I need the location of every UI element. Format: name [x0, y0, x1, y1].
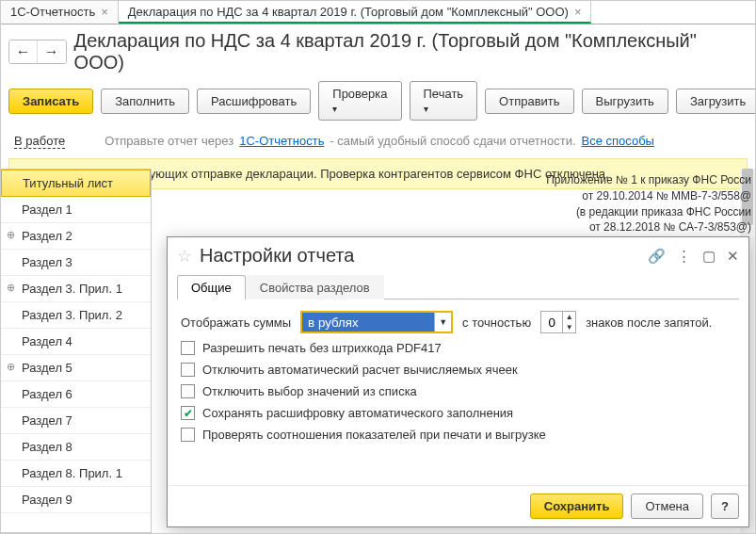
dialog-save-button[interactable]: Сохранить — [530, 494, 624, 519]
hint-mid: - самый удобный способ сдачи отчетности. — [330, 134, 575, 148]
print-button[interactable]: Печать ▾ — [410, 81, 478, 121]
title-row: ← → Декларация по НДС за 4 квартал 2019 … — [1, 24, 755, 75]
check-button[interactable]: Проверка ▾ — [318, 81, 401, 121]
checkbox-checked-icon: ✔ — [181, 406, 195, 420]
attachment-note: Приложение № 1 к приказу ФНС Росси от 29… — [546, 172, 751, 235]
checkbox-icon — [181, 428, 195, 442]
spin-down-icon[interactable]: ▼ — [563, 322, 575, 332]
chk-autocalc[interactable]: Отключить автоматический расчет вычисляе… — [181, 363, 735, 377]
window-tabs: 1С-Отчетность × Декларация по НДС за 4 к… — [1, 1, 755, 24]
nav-buttons: ← → — [8, 40, 67, 64]
dialog-titlebar: ☆ Настройки отчета 🔗 ⋮ ▢ ✕ — [168, 237, 748, 274]
sidebar-item-label: Раздел 8. Прил. 1 — [22, 466, 122, 480]
dialog-body: Отображать суммы ▼ с точностью ▲ ▼ знако… — [168, 299, 748, 485]
sidebar-item[interactable]: Раздел 6 — [1, 381, 151, 408]
tab-section-props[interactable]: Свойства разделов — [246, 275, 384, 299]
link-icon[interactable]: 🔗 — [648, 248, 666, 265]
tab-declaration[interactable]: Декларация по НДС за 4 квартал 2019 г. (… — [119, 1, 592, 24]
sidebar-item[interactable]: Раздел 7 — [1, 408, 151, 434]
chk-listselect[interactable]: Отключить выбор значений из списка — [181, 384, 735, 398]
chk-save-decode[interactable]: ✔Сохранять расшифровку автоматического з… — [181, 406, 735, 420]
dialog-title: Настройки отчета — [200, 245, 640, 267]
chevron-down-icon: ▾ — [424, 104, 428, 114]
export-button[interactable]: Выгрузить — [582, 89, 668, 114]
favorite-icon[interactable]: ☆ — [177, 246, 192, 267]
amount-combo[interactable]: ▼ — [300, 311, 453, 333]
app-window: 1С-Отчетность × Декларация по НДС за 4 к… — [0, 0, 756, 534]
status-link[interactable]: В работе — [14, 134, 65, 149]
sidebar-item[interactable]: Титульный лист — [1, 170, 151, 197]
tab-reporting[interactable]: 1С-Отчетность × — [1, 1, 119, 24]
more-icon[interactable]: ⋮ — [677, 248, 691, 265]
decode-button[interactable]: Расшифровать — [197, 89, 311, 114]
tab-label: 1С-Отчетность — [10, 5, 95, 19]
sidebar-item[interactable]: ⊕Раздел 3. Прил. 1 — [1, 276, 151, 302]
sidebar-item[interactable]: ⊕Раздел 2 — [1, 223, 151, 250]
sections-sidebar[interactable]: Титульный листРаздел 1⊕Раздел 2Раздел 3⊕… — [1, 169, 152, 533]
sidebar-item[interactable]: Раздел 3. Прил. 2 — [1, 302, 151, 329]
amount-label: Отображать суммы — [181, 316, 291, 330]
sidebar-item[interactable]: Раздел 8. Прил. 1 — [1, 461, 151, 487]
attach-l2: от 29.10.2014 № ММВ-7-3/558@ — [546, 188, 751, 204]
sidebar-item-label: Раздел 6 — [22, 387, 72, 401]
chk-label: Разрешить печать без штрихкода PDF417 — [202, 341, 442, 355]
fill-button[interactable]: Заполнить — [101, 89, 189, 114]
sidebar-item-label: Раздел 8 — [22, 440, 72, 454]
close-icon[interactable]: × — [574, 5, 582, 19]
nav-forward-button[interactable]: → — [38, 40, 66, 63]
close-icon[interactable]: ✕ — [727, 248, 739, 265]
chk-label: Отключить автоматический расчет вычисляе… — [202, 363, 518, 377]
amount-row: Отображать суммы ▼ с точностью ▲ ▼ знако… — [181, 311, 735, 333]
sidebar-item-label: Раздел 3. Прил. 1 — [22, 282, 122, 296]
info-row: В работе Отправьте отчет через 1С-Отчетн… — [1, 130, 755, 158]
dialog-help-button[interactable]: ? — [711, 494, 739, 519]
close-icon[interactable]: × — [101, 5, 108, 19]
chevron-down-icon[interactable]: ▼ — [434, 313, 451, 332]
amount-input[interactable] — [302, 313, 434, 332]
sidebar-item-label: Раздел 3. Прил. 2 — [22, 308, 122, 322]
sidebar-item[interactable]: Раздел 4 — [1, 329, 151, 355]
tab-general[interactable]: Общие — [177, 275, 246, 299]
attach-l3: (в редакции приказа ФНС России — [546, 204, 751, 220]
hint-pre: Отправьте отчет через — [105, 134, 233, 148]
sidebar-item[interactable]: Раздел 1 — [1, 197, 151, 223]
sidebar-item-label: Раздел 9 — [22, 493, 72, 507]
toolbar: Записать Заполнить Расшифровать Проверка… — [1, 75, 755, 130]
chk-label: Отключить выбор значений из списка — [202, 384, 417, 398]
checkbox-icon — [181, 363, 195, 377]
spin-up-icon[interactable]: ▲ — [563, 312, 575, 322]
hint-link-all[interactable]: Все способы — [582, 134, 654, 148]
chevron-down-icon: ▾ — [332, 104, 337, 114]
chk-label: Сохранять расшифровку автоматического за… — [202, 406, 513, 420]
import-button[interactable]: Загрузить — [676, 89, 756, 114]
precision-input[interactable] — [541, 312, 562, 332]
sidebar-item[interactable]: ⊕Раздел 5 — [1, 355, 151, 381]
sidebar-item[interactable]: Раздел 9 — [1, 487, 151, 513]
sidebar-item[interactable]: Раздел 3 — [1, 250, 151, 276]
expand-icon[interactable]: ⊕ — [7, 361, 15, 373]
nav-back-button[interactable]: ← — [9, 40, 38, 63]
attach-l4: от 28.12.2018 № СА-7-3/853@) — [546, 219, 751, 235]
checkbox-icon — [181, 341, 195, 355]
expand-icon[interactable]: ⊕ — [7, 282, 15, 294]
tab-label: Декларация по НДС за 4 квартал 2019 г. (… — [128, 5, 569, 19]
chk-verify[interactable]: Проверять соотношения показателей при пе… — [181, 428, 735, 442]
sidebar-item[interactable]: Раздел 8 — [1, 434, 151, 461]
dialog-cancel-button[interactable]: Отмена — [631, 494, 703, 519]
sidebar-item-label: Раздел 1 — [22, 202, 72, 217]
sidebar-item-label: Титульный лист — [23, 176, 113, 190]
checkbox-icon — [181, 384, 195, 398]
sidebar-item-label: Раздел 2 — [22, 229, 72, 243]
report-settings-dialog: ☆ Настройки отчета 🔗 ⋮ ▢ ✕ Общие Свойств… — [167, 236, 749, 527]
maximize-icon[interactable]: ▢ — [702, 248, 716, 265]
dialog-tabs: Общие Свойства разделов — [177, 274, 739, 299]
sidebar-item-label: Раздел 5 — [22, 361, 72, 375]
page-title: Декларация по НДС за 4 квартал 2019 г. (… — [74, 30, 748, 73]
attach-l1: Приложение № 1 к приказу ФНС Росси — [546, 172, 751, 188]
chk-barcode[interactable]: Разрешить печать без штрихкода PDF417 — [181, 341, 735, 355]
hint-link-1c[interactable]: 1С-Отчетность — [239, 134, 324, 148]
precision-spinner[interactable]: ▲ ▼ — [540, 311, 576, 333]
save-button[interactable]: Записать — [8, 89, 93, 114]
send-button[interactable]: Отправить — [485, 89, 573, 114]
expand-icon[interactable]: ⊕ — [7, 229, 15, 241]
